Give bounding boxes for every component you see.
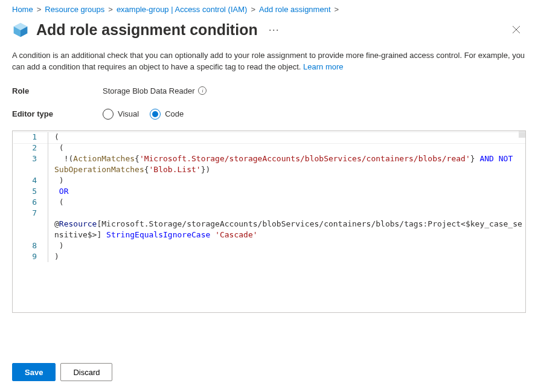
line-content[interactable]: ) — [48, 251, 525, 262]
line-number: 5 — [13, 186, 48, 197]
learn-more-link[interactable]: Learn more — [303, 62, 343, 71]
line-number: 7 — [13, 208, 48, 240]
code-line[interactable]: 4 ) — [13, 175, 525, 186]
line-number: 2 — [13, 143, 48, 153]
line-number: 9 — [13, 251, 48, 262]
chevron-right-icon: > — [335, 5, 339, 14]
more-actions-button[interactable]: ··· — [265, 24, 283, 36]
code-line[interactable]: 7 @Resource[Microsoft.Storage/storageAcc… — [13, 208, 525, 240]
editor-type-code-radio[interactable]: Code — [150, 109, 184, 120]
close-button[interactable] — [507, 20, 526, 39]
line-number: 3 — [13, 153, 48, 175]
editor-type-label: Editor type — [12, 109, 103, 118]
info-icon[interactable]: i — [198, 86, 207, 95]
line-content[interactable]: @Resource[Microsoft.Storage/storageAccou… — [48, 208, 525, 240]
breadcrumb-add-role-assignment[interactable]: Add role assignment — [259, 5, 331, 14]
editor-type-radio-group: Visual Code — [103, 109, 184, 120]
discard-button[interactable]: Discard — [60, 363, 112, 381]
code-line[interactable]: 2 ( — [13, 143, 525, 153]
line-number: 8 — [13, 240, 48, 251]
breadcrumb-home[interactable]: Home — [12, 5, 33, 14]
line-content[interactable]: ) — [48, 175, 525, 186]
code-line[interactable]: 3 !(ActionMatches{'Microsoft.Storage/sto… — [13, 153, 525, 175]
save-button[interactable]: Save — [12, 363, 56, 381]
breadcrumb-group-iam[interactable]: example-group | Access control (IAM) — [117, 5, 248, 14]
breadcrumb-resource-groups[interactable]: Resource groups — [45, 5, 104, 14]
code-line[interactable]: 6 ( — [13, 197, 525, 208]
line-content[interactable]: ( — [48, 197, 525, 208]
role-label: Role — [12, 86, 103, 95]
page-title: Add role assignment condition — [36, 21, 258, 39]
radio-label-visual: Visual — [118, 109, 139, 118]
description: A condition is an additional check that … — [0, 50, 538, 83]
title-row: Add role assignment condition ··· — [0, 16, 538, 50]
line-number: 1 — [13, 132, 48, 143]
chevron-right-icon: > — [251, 5, 255, 14]
chevron-right-icon: > — [108, 5, 113, 14]
code-line[interactable]: 8 ) — [13, 240, 525, 251]
description-text: A condition is an additional check that … — [12, 51, 525, 71]
editor-type-visual-radio[interactable]: Visual — [103, 109, 139, 120]
line-content[interactable]: ( — [48, 132, 525, 143]
button-bar: Save Discard — [0, 356, 538, 392]
code-line[interactable]: 1( — [13, 132, 525, 143]
cube-icon — [12, 21, 29, 38]
close-icon — [512, 25, 520, 34]
code-line[interactable]: 9) — [13, 251, 525, 262]
chevron-right-icon: > — [37, 5, 42, 14]
line-number: 6 — [13, 197, 48, 208]
role-row: Role Storage Blob Data Reader i — [0, 83, 538, 105]
line-content[interactable]: OR — [48, 186, 525, 197]
line-content[interactable]: ) — [48, 240, 525, 251]
line-content[interactable]: !(ActionMatches{'Microsoft.Storage/stora… — [48, 153, 525, 175]
line-content[interactable]: ( — [48, 143, 525, 153]
line-number: 4 — [13, 175, 48, 186]
editor-type-row: Editor type Visual Code — [0, 105, 538, 129]
code-editor[interactable]: 1(2 (3 !(ActionMatches{'Microsoft.Storag… — [12, 130, 526, 313]
breadcrumb: Home > Resource groups > example-group |… — [0, 0, 538, 16]
role-value: Storage Blob Data Reader — [103, 86, 194, 95]
radio-label-code: Code — [165, 109, 184, 118]
code-line[interactable]: 5 OR — [13, 186, 525, 197]
